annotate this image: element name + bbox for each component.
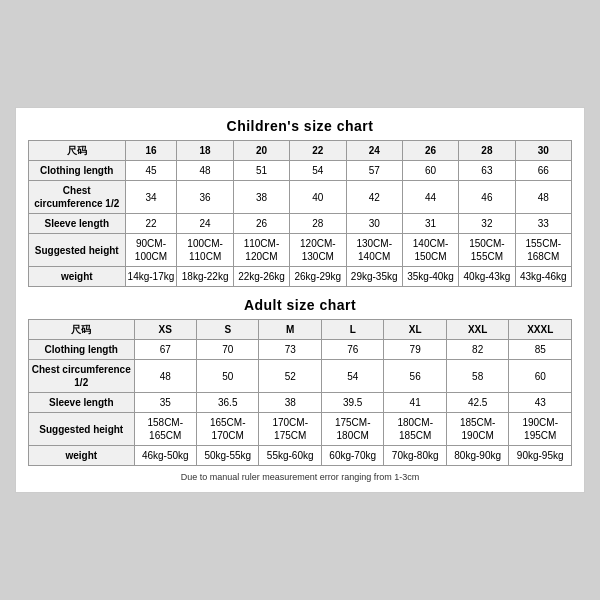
cell: 190CM-195CM <box>509 413 572 446</box>
cell: 48 <box>515 181 571 214</box>
cell: 54 <box>321 360 383 393</box>
row-label: weight <box>29 446 135 466</box>
cell: 30 <box>346 214 402 234</box>
cell: 66 <box>515 161 571 181</box>
children-col-header: 28 <box>459 141 515 161</box>
cell: 43kg-46kg <box>515 267 571 287</box>
children-chart-title: Children's size chart <box>28 118 572 134</box>
cell: 46kg-50kg <box>134 446 196 466</box>
row-label: Suggested height <box>29 234 126 267</box>
cell: 38 <box>233 181 289 214</box>
adult-col-header: XS <box>134 320 196 340</box>
cell: 34 <box>125 181 177 214</box>
cell: 22kg-26kg <box>233 267 289 287</box>
table-row: Clothing length4548515457606366 <box>29 161 572 181</box>
cell: 70 <box>196 340 258 360</box>
table-row: Suggested height158CM-165CM165CM-170CM17… <box>29 413 572 446</box>
cell: 90CM-100CM <box>125 234 177 267</box>
cell: 44 <box>402 181 458 214</box>
cell: 51 <box>233 161 289 181</box>
table-row: weight14kg-17kg18kg-22kg22kg-26kg26kg-29… <box>29 267 572 287</box>
cell: 82 <box>446 340 508 360</box>
cell: 35kg-40kg <box>402 267 458 287</box>
cell: 39.5 <box>321 393 383 413</box>
cell: 36.5 <box>196 393 258 413</box>
cell: 50kg-55kg <box>196 446 258 466</box>
cell: 158CM-165CM <box>134 413 196 446</box>
cell: 155CM-168CM <box>515 234 571 267</box>
cell: 58 <box>446 360 508 393</box>
cell: 73 <box>259 340 321 360</box>
children-col-header: 16 <box>125 141 177 161</box>
cell: 140CM-150CM <box>402 234 458 267</box>
cell: 46 <box>459 181 515 214</box>
table-row: Chest circumference 1/23436384042444648 <box>29 181 572 214</box>
cell: 80kg-90kg <box>446 446 508 466</box>
cell: 57 <box>346 161 402 181</box>
table-row: Sleeve length2224262830313233 <box>29 214 572 234</box>
cell: 130CM-140CM <box>346 234 402 267</box>
cell: 60 <box>509 360 572 393</box>
cell: 42.5 <box>446 393 508 413</box>
children-header-row: 尺码1618202224262830 <box>29 141 572 161</box>
cell: 55kg-60kg <box>259 446 321 466</box>
cell: 185CM-190CM <box>446 413 508 446</box>
table-row: Sleeve length3536.53839.54142.543 <box>29 393 572 413</box>
cell: 18kg-22kg <box>177 267 233 287</box>
cell: 22 <box>125 214 177 234</box>
table-row: Clothing length67707376798285 <box>29 340 572 360</box>
cell: 60 <box>402 161 458 181</box>
cell: 40kg-43kg <box>459 267 515 287</box>
cell: 28 <box>290 214 346 234</box>
cell: 120CM-130CM <box>290 234 346 267</box>
cell: 165CM-170CM <box>196 413 258 446</box>
children-table: 尺码1618202224262830 Clothing length454851… <box>28 140 572 287</box>
cell: 24 <box>177 214 233 234</box>
row-label: weight <box>29 267 126 287</box>
adult-col-header: M <box>259 320 321 340</box>
row-label: Chest circumference 1/2 <box>29 360 135 393</box>
adult-col-header: XXXL <box>509 320 572 340</box>
adult-col-header: XL <box>384 320 446 340</box>
cell: 50 <box>196 360 258 393</box>
table-row: Suggested height90CM-100CM100CM-110CM110… <box>29 234 572 267</box>
cell: 38 <box>259 393 321 413</box>
adult-header-row: 尺码XSSMLXLXXLXXXL <box>29 320 572 340</box>
cell: 79 <box>384 340 446 360</box>
adult-col-header: S <box>196 320 258 340</box>
cell: 110CM-120CM <box>233 234 289 267</box>
footnote: Due to manual ruler measurement error ra… <box>28 472 572 482</box>
cell: 43 <box>509 393 572 413</box>
chart-container: Children's size chart 尺码1618202224262830… <box>15 107 585 493</box>
cell: 54 <box>290 161 346 181</box>
cell: 35 <box>134 393 196 413</box>
cell: 150CM-155CM <box>459 234 515 267</box>
cell: 36 <box>177 181 233 214</box>
cell: 45 <box>125 161 177 181</box>
cell: 31 <box>402 214 458 234</box>
children-col-header: 18 <box>177 141 233 161</box>
cell: 33 <box>515 214 571 234</box>
children-col-header: 22 <box>290 141 346 161</box>
cell: 170CM-175CM <box>259 413 321 446</box>
cell: 48 <box>134 360 196 393</box>
row-label: Clothing length <box>29 161 126 181</box>
row-label: Sleeve length <box>29 214 126 234</box>
cell: 76 <box>321 340 383 360</box>
children-col-header: 20 <box>233 141 289 161</box>
cell: 175CM-180CM <box>321 413 383 446</box>
row-label: Sleeve length <box>29 393 135 413</box>
row-label: Suggested height <box>29 413 135 446</box>
cell: 100CM-110CM <box>177 234 233 267</box>
children-col-header: 尺码 <box>29 141 126 161</box>
row-label: Clothing length <box>29 340 135 360</box>
adult-chart-title: Adult size chart <box>28 297 572 313</box>
row-label: Chest circumference 1/2 <box>29 181 126 214</box>
cell: 63 <box>459 161 515 181</box>
children-col-header: 24 <box>346 141 402 161</box>
cell: 48 <box>177 161 233 181</box>
cell: 14kg-17kg <box>125 267 177 287</box>
children-col-header: 26 <box>402 141 458 161</box>
table-row: Chest circumference 1/248505254565860 <box>29 360 572 393</box>
adult-col-header: L <box>321 320 383 340</box>
